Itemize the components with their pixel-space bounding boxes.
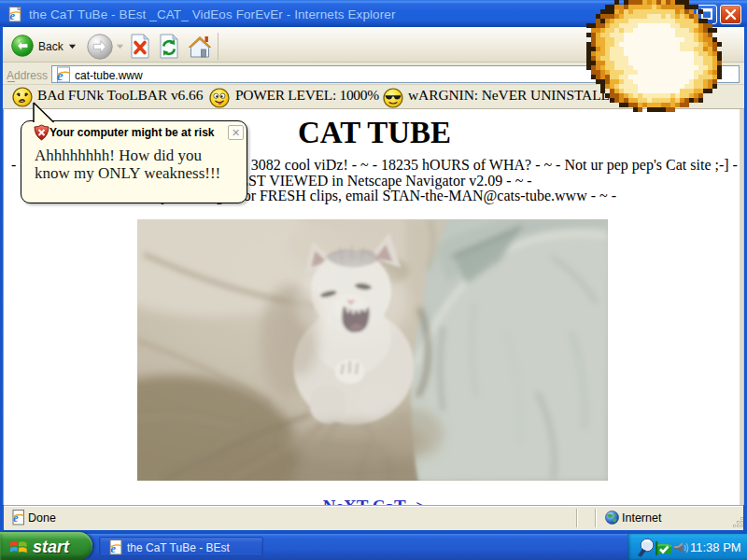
svg-text:e: e bbox=[57, 67, 63, 83]
svg-text:e: e bbox=[110, 541, 116, 555]
svg-text:e: e bbox=[9, 8, 15, 22]
svg-text:e: e bbox=[13, 511, 19, 525]
